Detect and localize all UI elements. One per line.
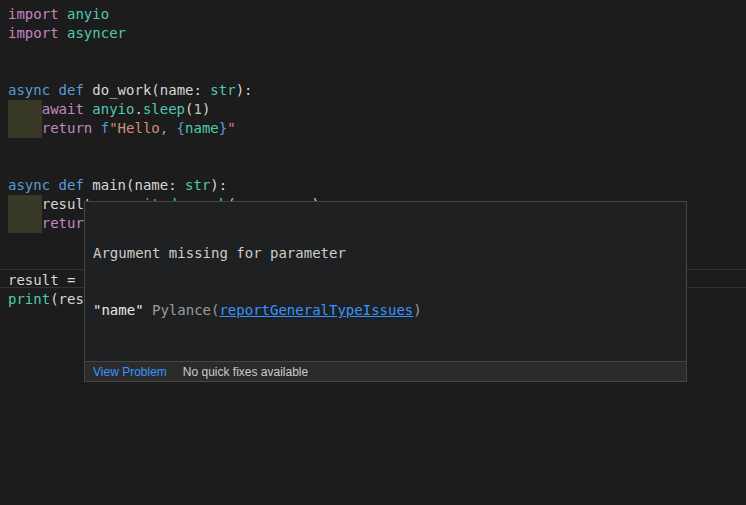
hover-message: Argument missing for parameter "name" Py… <box>85 202 686 361</box>
code-token: ): <box>210 176 227 195</box>
code-token: async <box>8 81 50 100</box>
code-token <box>59 24 67 43</box>
code-token: anyio <box>92 100 134 119</box>
code-line: async def do_work(name: str): <box>0 81 746 100</box>
code-token: sleep <box>143 100 185 119</box>
code-token: name <box>185 119 219 138</box>
code-token <box>59 5 67 24</box>
code-token: } <box>219 119 227 138</box>
code-token <box>8 195 42 214</box>
code-token: ( <box>126 176 134 195</box>
code-token: async <box>8 176 50 195</box>
code-token: 1 <box>194 100 202 119</box>
code-token <box>84 176 92 195</box>
code-token: str <box>185 176 210 195</box>
diagnostic-rule-link[interactable]: reportGeneralTypeIssues <box>219 302 413 318</box>
code-token: main <box>92 176 126 195</box>
code-token: "Hello, <box>109 119 176 138</box>
code-line: async def main(name: str): <box>0 176 746 195</box>
code-token: ) <box>202 100 210 119</box>
code-token: asyncer <box>67 24 126 43</box>
code-token <box>92 119 100 138</box>
code-token <box>8 214 42 233</box>
code-line <box>0 138 746 157</box>
code-line: return f"Hello, {name}" <box>0 119 746 138</box>
code-token: ( <box>185 100 193 119</box>
code-line <box>0 43 746 62</box>
code-token: = <box>59 271 84 290</box>
code-token: def <box>59 81 84 100</box>
code-token <box>8 119 42 138</box>
code-token: name <box>134 176 168 195</box>
hover-footer: View Problem No quick fixes available <box>85 361 686 381</box>
code-token: { <box>177 119 185 138</box>
code-line: await anyio.sleep(1) <box>0 100 746 119</box>
code-token: ( <box>50 290 58 309</box>
code-token: print <box>8 290 50 309</box>
code-token: return <box>42 119 93 138</box>
code-line <box>0 62 746 81</box>
code-token <box>50 176 58 195</box>
hover-message-line-2: "name" Pylance(reportGeneralTypeIssues) <box>93 301 678 320</box>
view-problem-link[interactable]: View Problem <box>93 365 167 379</box>
code-token: result <box>8 271 59 290</box>
code-token: def <box>59 176 84 195</box>
code-token <box>8 100 42 119</box>
code-line <box>0 157 746 176</box>
hover-text: ) <box>413 302 421 318</box>
code-token: do_work <box>92 81 151 100</box>
code-token: str <box>210 81 235 100</box>
hover-message-line-1: Argument missing for parameter <box>93 244 678 263</box>
code-token: ( <box>151 81 159 100</box>
code-token: : <box>168 176 185 195</box>
code-token: import <box>8 5 59 24</box>
code-token <box>84 100 92 119</box>
hover-text: Pylance( <box>144 302 220 318</box>
code-line: import anyio <box>0 5 746 24</box>
code-editor[interactable]: import anyioimport asyncerasync def do_w… <box>0 0 746 505</box>
code-token: anyio <box>67 5 109 24</box>
code-token: name <box>160 81 194 100</box>
code-token <box>84 81 92 100</box>
code-token: f <box>101 119 109 138</box>
no-quick-fixes-text: No quick fixes available <box>183 365 308 379</box>
code-token <box>50 81 58 100</box>
code-token: : <box>194 81 211 100</box>
code-line: import asyncer <box>0 24 746 43</box>
code-token: await <box>42 100 84 119</box>
code-token: import <box>8 24 59 43</box>
hover-text: "name" <box>93 302 144 318</box>
code-token: " <box>227 119 235 138</box>
code-token: ): <box>236 81 253 100</box>
error-hover-tooltip: Argument missing for parameter "name" Py… <box>84 201 687 382</box>
code-token: . <box>134 100 142 119</box>
